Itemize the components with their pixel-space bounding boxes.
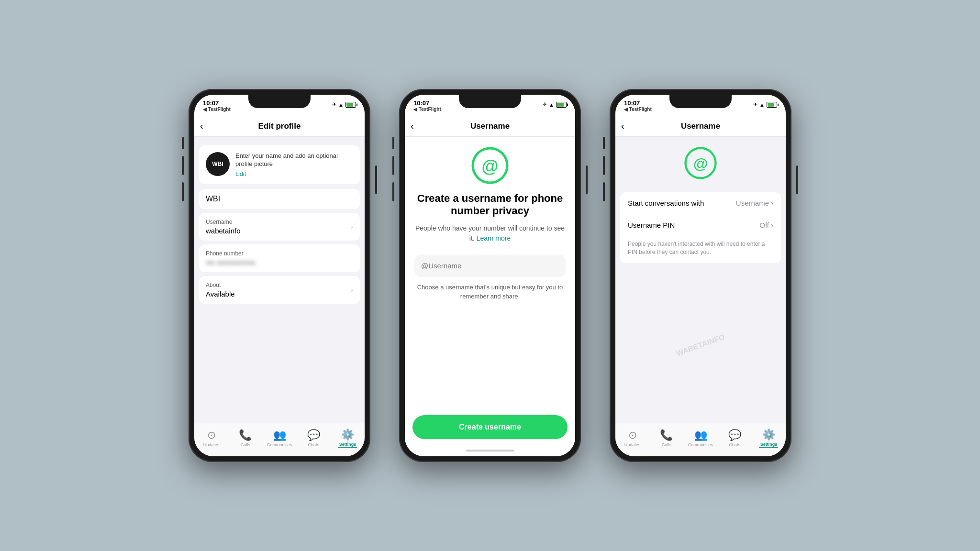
watermark: WABETAINFO <box>675 332 726 358</box>
communities-icon-3: 👥 <box>694 429 707 441</box>
name-value: WBI <box>206 195 353 203</box>
status-time-1: 10:07 <box>203 99 231 107</box>
back-button-1[interactable]: ‹ <box>200 121 203 132</box>
tab-updates-label-1: Updates <box>203 442 220 447</box>
username-input[interactable] <box>421 262 559 270</box>
profile-info: Enter your name and add an optional prof… <box>235 152 353 177</box>
airplane-icon: ✈ <box>332 101 336 108</box>
communities-icon: 👥 <box>273 429 286 441</box>
screen-content-3: @ Start conversations with Username › Us… <box>615 137 786 423</box>
phones-container: 10:07 ◀ TestFlight ✈ ▲ ‹ Edit profile <box>189 89 791 462</box>
battery-icon-2 <box>556 102 567 108</box>
tab-bar-1: ⊙ Updates 📞 Calls 👥 Communities 💬 Chats … <box>194 423 365 456</box>
tab-settings-1[interactable]: ⚙️ Settings <box>331 429 365 448</box>
about-label: About <box>206 282 235 288</box>
tab-settings-3[interactable]: ⚙️ Settings <box>752 429 786 448</box>
page-title-3: Username <box>681 121 720 131</box>
phone-3: 10:07 ◀ TestFlight ✈ ▲ ‹ Username <box>610 89 791 462</box>
updates-icon-3: ⊙ <box>628 429 637 441</box>
chevron-right-icon: › <box>351 223 353 231</box>
tab-chats-label-3: Chats <box>729 442 740 447</box>
phone-field: Phone number ●● ●●●●●●●●● <box>199 244 360 272</box>
tab-chats-3[interactable]: 💬 Chats <box>718 429 752 447</box>
testflight-3: ◀ TestFlight <box>624 107 652 112</box>
tab-updates-1[interactable]: ⊙ Updates <box>194 429 228 447</box>
screen-content-1: WBI Enter your name and add an optional … <box>194 137 365 423</box>
phone-value: ●● ●●●●●●●●● <box>206 258 256 266</box>
tab-chats-label-1: Chats <box>308 442 319 447</box>
learn-more-link[interactable]: Learn more <box>477 234 511 242</box>
name-field[interactable]: WBI <box>199 189 360 209</box>
airplane-icon-2: ✈ <box>543 101 547 108</box>
tab-communities-1[interactable]: 👥 Communities <box>262 429 296 447</box>
username-input-container[interactable] <box>414 255 566 277</box>
edit-link[interactable]: Edit <box>235 170 353 177</box>
status-time-3: 10:07 <box>624 99 652 107</box>
status-icons-3: ✈ ▲ <box>753 99 777 108</box>
battery-icon <box>345 102 356 108</box>
nav-bar-2: ‹ Username <box>405 116 575 137</box>
phone-1: 10:07 ◀ TestFlight ✈ ▲ ‹ Edit profile <box>189 89 370 462</box>
username-settings-section: Start conversations with Username › User… <box>620 192 781 263</box>
username-pin-note: People you haven't interacted with will … <box>620 236 781 263</box>
about-value: Available <box>206 290 235 298</box>
tab-bar-3: ⊙ Updates 📞 Calls 👥 Communities 💬 Chats … <box>615 423 786 456</box>
phone-2: 10:07 ◀ TestFlight ✈ ▲ ‹ Username <box>399 89 581 462</box>
tab-calls-label-1: Calls <box>241 442 250 447</box>
chevron-right-icon-3b: › <box>771 221 773 229</box>
updates-icon: ⊙ <box>207 429 216 441</box>
home-indicator-2 <box>405 445 575 456</box>
wifi-icon-3: ▲ <box>759 102 765 108</box>
username-field[interactable]: Username wabetainfo › <box>199 213 360 241</box>
create-username-title: Create a username for phone number priva… <box>414 192 566 218</box>
about-chevron-icon: › <box>351 286 353 294</box>
status-time-2: 10:07 <box>413 99 441 107</box>
chats-icon-3: 💬 <box>728 429 741 441</box>
about-field[interactable]: About Available › <box>199 276 360 304</box>
status-icons-1: ✈ ▲ <box>332 99 356 108</box>
tab-communities-3[interactable]: 👥 Communities <box>683 429 717 447</box>
tab-updates-3[interactable]: ⊙ Updates <box>615 429 649 447</box>
username-pin-label: Username PIN <box>628 221 675 229</box>
avatar: WBI <box>206 152 230 176</box>
svg-text:@: @ <box>481 156 498 176</box>
calls-icon: 📞 <box>239 429 252 441</box>
username-pin-value: Off › <box>759 221 773 229</box>
profile-card: WBI Enter your name and add an optional … <box>199 145 360 184</box>
profile-hint: Enter your name and add an optional prof… <box>235 152 353 168</box>
username-value: wabetainfo <box>206 227 241 235</box>
username-hint: Choose a username that's unique but easy… <box>414 283 566 301</box>
tab-settings-label-3: Settings <box>760 442 778 447</box>
back-button-2[interactable]: ‹ <box>411 121 414 132</box>
screen-content-2: @ Create a username for phone number pri… <box>405 137 575 410</box>
create-username-button[interactable]: Create username <box>412 415 568 439</box>
nav-bar-1: ‹ Edit profile <box>194 116 365 137</box>
about-section: About Available › <box>199 276 360 304</box>
username-desc: People who have your number will continu… <box>414 223 566 243</box>
page-title-1: Edit profile <box>258 121 301 131</box>
username-create-screen: @ Create a username for phone number pri… <box>405 137 575 410</box>
start-conversations-row[interactable]: Start conversations with Username › <box>620 192 781 214</box>
phone-label: Phone number <box>206 250 256 257</box>
start-conversations-value: Username › <box>736 199 773 207</box>
at-icon-area-3: @ <box>615 137 786 187</box>
tab-communities-label-3: Communities <box>688 442 713 447</box>
back-button-3[interactable]: ‹ <box>621 121 624 132</box>
wifi-icon-2: ▲ <box>549 102 554 108</box>
settings-icon-1: ⚙️ <box>341 429 354 441</box>
chevron-right-icon-3a: › <box>771 199 773 207</box>
username-section: Username wabetainfo › <box>199 213 360 241</box>
status-icons-2: ✈ ▲ <box>543 99 567 108</box>
username-pin-row[interactable]: Username PIN Off › <box>620 214 781 236</box>
create-btn-area: Create username <box>405 410 575 445</box>
tab-calls-label-3: Calls <box>662 442 671 447</box>
battery-icon-3 <box>767 102 777 108</box>
at-sign-icon-3: @ <box>684 146 717 180</box>
status-bar-2: 10:07 ◀ TestFlight ✈ ▲ <box>405 95 575 116</box>
chats-icon-1: 💬 <box>307 429 320 441</box>
tab-calls-3[interactable]: 📞 Calls <box>649 429 683 447</box>
svg-text:@: @ <box>693 155 708 172</box>
tab-calls-1[interactable]: 📞 Calls <box>228 429 262 447</box>
wifi-icon: ▲ <box>338 102 344 108</box>
tab-chats-1[interactable]: 💬 Chats <box>297 429 331 447</box>
